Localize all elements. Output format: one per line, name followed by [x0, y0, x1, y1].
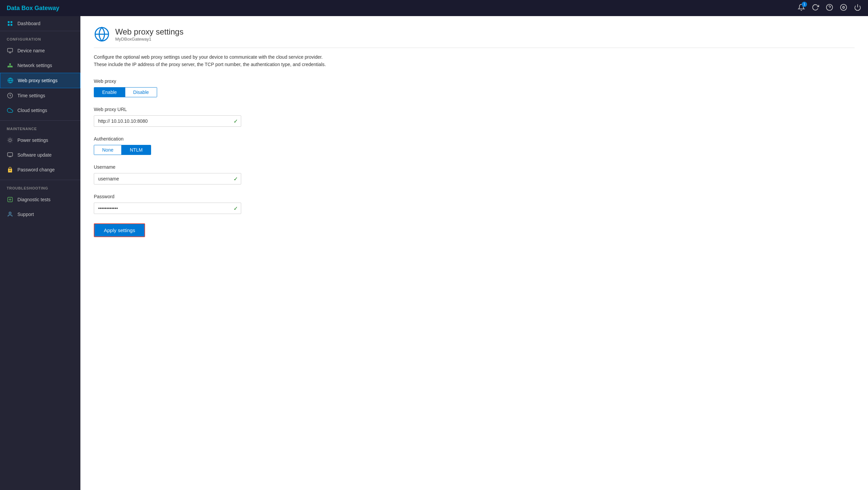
svg-rect-5 [8, 21, 9, 23]
svg-rect-8 [11, 24, 12, 26]
page-title: Web proxy settings [115, 27, 184, 36]
page-header-text: Web proxy settings MyDBoxGateway1 [115, 27, 184, 41]
config-section-header: CONFIGURATION [0, 32, 81, 43]
settings-icon[interactable] [840, 4, 847, 13]
sidebar-item-dashboard[interactable]: Dashboard [0, 16, 81, 31]
svg-line-25 [8, 138, 8, 139]
sidebar-power-settings-label: Power settings [18, 138, 48, 143]
sidebar-web-proxy-label: Web proxy settings [18, 78, 58, 83]
web-proxy-url-section: Web proxy URL ✓ [94, 107, 855, 127]
sidebar-item-web-proxy-settings[interactable]: Web proxy settings [0, 73, 81, 88]
sidebar-password-change-label: Password change [18, 167, 55, 172]
username-check: ✓ [234, 175, 238, 182]
svg-point-35 [9, 212, 11, 214]
troubleshooting-divider [0, 180, 81, 180]
password-check: ✓ [234, 205, 238, 211]
maintenance-divider [0, 120, 81, 121]
network-icon [7, 62, 13, 69]
sidebar-network-settings-label: Network settings [18, 63, 52, 68]
topbar-icons: 1 [798, 4, 861, 13]
username-input[interactable] [94, 173, 241, 184]
refresh-icon[interactable] [812, 4, 819, 13]
sidebar-item-time-settings[interactable]: Time settings [0, 88, 81, 103]
sidebar-item-cloud-settings[interactable]: Cloud settings [0, 103, 81, 118]
username-wrapper: ✓ [94, 173, 241, 184]
support-icon [7, 211, 13, 218]
sidebar-item-diagnostic-tests[interactable]: Diagnostic tests [0, 192, 81, 207]
sidebar: Dashboard CONFIGURATION Device name [0, 16, 81, 490]
main-content: Web proxy settings MyDBoxGateway1 Config… [81, 16, 868, 490]
password-wrapper: ✓ [94, 203, 241, 214]
topbar: Data Box Gateway 1 [0, 0, 868, 16]
web-proxy-toggle-group: Enable Disable [94, 87, 157, 97]
app-title: Data Box Gateway [7, 5, 59, 12]
svg-rect-7 [8, 24, 9, 26]
enable-button[interactable]: Enable [94, 88, 125, 97]
page-subtitle: MyDBoxGateway1 [115, 36, 184, 41]
maintenance-section-header: MAINTENANCE [0, 122, 81, 133]
description-line1: Configure the optional web proxy setting… [94, 53, 855, 61]
auth-none-button[interactable]: None [94, 145, 122, 154]
sidebar-dashboard-label: Dashboard [18, 21, 40, 26]
description-line2: These include the IP address of the prox… [94, 61, 855, 68]
sidebar-item-device-name[interactable]: Device name [0, 43, 81, 58]
disable-button[interactable]: Disable [125, 88, 157, 97]
password-section: Password ✓ [94, 194, 855, 214]
power-icon[interactable] [854, 4, 861, 13]
svg-point-2 [840, 4, 846, 10]
sidebar-support-label: Support [18, 212, 34, 217]
help-icon[interactable] [826, 4, 833, 13]
sidebar-item-password-change[interactable]: Password change [0, 162, 81, 177]
password-input[interactable] [94, 203, 241, 214]
web-proxy-url-check: ✓ [234, 118, 238, 124]
web-proxy-icon [7, 77, 14, 84]
software-update-icon [7, 152, 13, 158]
authentication-label: Authentication [94, 136, 855, 142]
auth-toggle-group: None NTLM [94, 145, 151, 155]
web-proxy-section: Web proxy Enable Disable [94, 79, 855, 97]
config-divider [0, 31, 81, 31]
sidebar-diagnostic-tests-label: Diagnostic tests [18, 197, 51, 202]
device-icon [7, 47, 13, 54]
main-container: Dashboard CONFIGURATION Device name [0, 16, 868, 490]
password-icon [7, 166, 13, 173]
username-label: Username [94, 164, 855, 170]
svg-rect-31 [8, 153, 13, 156]
diagnostic-icon [7, 196, 13, 203]
page-header: Web proxy settings MyDBoxGateway1 [94, 26, 855, 48]
svg-rect-15 [9, 63, 11, 65]
password-label: Password [94, 194, 855, 199]
sidebar-item-software-update[interactable]: Software update [0, 148, 81, 162]
authentication-section: Authentication None NTLM [94, 136, 855, 155]
svg-point-22 [9, 139, 11, 142]
svg-line-29 [8, 142, 8, 142]
description: Configure the optional web proxy setting… [94, 53, 855, 68]
cloud-icon [7, 107, 13, 114]
apply-section: Apply settings [94, 223, 855, 237]
apply-settings-button[interactable]: Apply settings [94, 223, 145, 237]
web-proxy-label: Web proxy [94, 79, 855, 84]
svg-line-26 [12, 142, 12, 142]
sidebar-item-support[interactable]: Support [0, 207, 81, 222]
username-section: Username ✓ [94, 164, 855, 184]
time-icon [7, 92, 13, 99]
page-globe-icon [94, 26, 110, 42]
dashboard-icon [7, 20, 13, 27]
svg-line-30 [12, 138, 12, 139]
svg-rect-6 [11, 21, 12, 23]
notification-icon[interactable]: 1 [798, 4, 805, 13]
notification-badge: 1 [802, 2, 807, 7]
auth-ntlm-button[interactable]: NTLM [122, 145, 150, 154]
troubleshooting-section-header: TROUBLESHOOTING [0, 181, 81, 192]
sidebar-item-power-settings[interactable]: Power settings [0, 133, 81, 148]
sidebar-cloud-settings-label: Cloud settings [18, 108, 47, 113]
web-proxy-url-input[interactable] [94, 115, 241, 127]
web-proxy-url-label: Web proxy URL [94, 107, 855, 112]
sidebar-device-name-label: Device name [18, 48, 45, 53]
power-settings-icon [7, 137, 13, 144]
sidebar-software-update-label: Software update [18, 152, 52, 157]
web-proxy-url-wrapper: ✓ [94, 115, 241, 127]
sidebar-item-network-settings[interactable]: Network settings [0, 58, 81, 73]
svg-point-3 [842, 6, 844, 8]
sidebar-time-settings-label: Time settings [18, 93, 45, 98]
